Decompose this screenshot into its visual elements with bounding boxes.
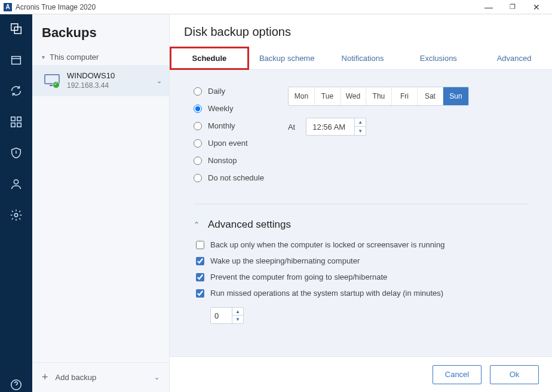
radio-do-not-schedule[interactable]: Do not schedule: [194, 173, 264, 182]
plus-icon: +: [42, 371, 48, 384]
svg-rect-2: [12, 57, 21, 65]
nav-sync-icon[interactable]: [9, 84, 23, 98]
nav-backup-icon[interactable]: [9, 22, 23, 36]
minimize-button[interactable]: —: [477, 2, 501, 12]
check-backup-locked[interactable]: Back up only when the computer is locked…: [196, 240, 528, 249]
cancel-button[interactable]: Cancel: [433, 365, 482, 384]
day-tue[interactable]: Tue: [314, 87, 340, 105]
nav-archive-icon[interactable]: [9, 53, 23, 67]
ok-button[interactable]: Ok: [490, 365, 539, 384]
delay-value: 0: [211, 308, 232, 323]
nav-account-icon[interactable]: [9, 177, 23, 191]
backup-name: WINDOWS10: [67, 71, 157, 81]
check-wake-up[interactable]: Wake up the sleeping/hibernating compute…: [196, 256, 528, 265]
day-thu[interactable]: Thu: [366, 87, 391, 105]
svg-rect-3: [11, 117, 15, 121]
sidebar-group-this-computer[interactable]: ▾ This computer: [32, 49, 169, 65]
nav-tools-icon[interactable]: [9, 115, 23, 129]
svg-point-7: [14, 180, 18, 184]
nav-protection-icon[interactable]: [9, 146, 23, 160]
check-prevent-sleep[interactable]: Prevent the computer from going to sleep…: [196, 272, 528, 281]
tab-notifications[interactable]: Notifications: [325, 47, 401, 69]
title-bar: A Acronis True Image 2020 — ❐ ✕: [0, 0, 552, 14]
icon-sidebar: [0, 14, 32, 392]
nav-help-icon[interactable]: [9, 378, 23, 392]
backup-subtitle: 192.168.3.44: [67, 81, 157, 91]
chevron-down-icon[interactable]: ⌄: [154, 373, 160, 381]
schedule-content: Daily Weekly Monthly Upon event Nonstop …: [170, 70, 552, 356]
at-label: At: [288, 122, 295, 131]
day-fri[interactable]: Fri: [391, 87, 417, 105]
page-title: Disk backup options: [170, 14, 552, 47]
close-button[interactable]: ✕: [525, 2, 548, 12]
day-sun[interactable]: Sun: [443, 87, 468, 105]
spin-up-icon[interactable]: ▲: [232, 308, 243, 316]
advanced-settings-toggle[interactable]: ⌃ Advanced settings: [194, 219, 528, 231]
tab-advanced[interactable]: Advanced: [476, 47, 552, 69]
status-ok-badge: [53, 81, 60, 88]
chevron-up-icon: ⌃: [194, 220, 200, 229]
main-panel: Disk backup options Schedule Backup sche…: [170, 14, 552, 392]
svg-rect-4: [17, 117, 21, 121]
sidebar-heading: Backups: [32, 14, 169, 49]
radio-nonstop[interactable]: Nonstop: [194, 156, 264, 165]
app-title: Acronis True Image 2020: [16, 3, 477, 11]
delay-spinner: ▲ ▼: [232, 308, 243, 323]
app-icon: A: [4, 3, 12, 11]
add-backup-label: Add backup: [56, 373, 154, 382]
spin-down-icon[interactable]: ▼: [232, 316, 243, 323]
time-input[interactable]: 12:56 AM ▲ ▼: [306, 118, 366, 136]
chevron-down-icon: ▾: [42, 54, 45, 60]
radio-upon-event[interactable]: Upon event: [194, 139, 264, 148]
radio-weekly[interactable]: Weekly: [194, 104, 264, 113]
add-backup-button[interactable]: + Add backup ⌄: [32, 362, 169, 392]
backup-list-sidebar: Backups ▾ This computer WINDOWS10 192.16…: [32, 14, 170, 392]
delay-input[interactable]: 0 ▲ ▼: [210, 307, 244, 324]
time-value: 12:56 AM: [306, 122, 354, 131]
advanced-checks: Back up only when the computer is locked…: [194, 240, 528, 324]
check-run-missed[interactable]: Run missed operations at the system star…: [196, 289, 528, 298]
svg-rect-5: [11, 123, 15, 127]
nav-settings-icon[interactable]: [9, 208, 23, 222]
svg-point-8: [14, 213, 18, 217]
day-sat[interactable]: Sat: [417, 87, 443, 105]
options-tabs: Schedule Backup scheme Notifications Exc…: [170, 47, 552, 70]
spin-down-icon[interactable]: ▼: [355, 127, 366, 136]
spin-up-icon[interactable]: ▲: [355, 118, 366, 127]
group-label: This computer: [50, 53, 99, 62]
divider: [194, 204, 528, 204]
radio-monthly[interactable]: Monthly: [194, 121, 264, 130]
tab-exclusions[interactable]: Exclusions: [400, 47, 476, 69]
tab-schedule[interactable]: Schedule: [170, 47, 249, 70]
advanced-settings-heading: Advanced settings: [208, 219, 291, 231]
svg-rect-6: [17, 123, 21, 127]
radio-daily[interactable]: Daily: [194, 87, 264, 96]
time-spinner: ▲ ▼: [354, 118, 366, 136]
maximize-button[interactable]: ❐: [501, 3, 525, 11]
day-wed[interactable]: Wed: [340, 87, 366, 105]
weekday-selector: Mon Tue Wed Thu Fri Sat Sun: [288, 87, 469, 106]
tab-backup-scheme[interactable]: Backup scheme: [249, 47, 325, 69]
dialog-footer: Cancel Ok: [170, 356, 552, 392]
day-mon[interactable]: Mon: [289, 87, 314, 105]
chevron-down-icon[interactable]: ⌄: [157, 77, 162, 85]
backup-item-windows10[interactable]: WINDOWS10 192.168.3.44 ⌄: [32, 65, 169, 96]
frequency-radios: Daily Weekly Monthly Upon event Nonstop …: [194, 87, 264, 182]
monitor-icon: [44, 74, 61, 87]
